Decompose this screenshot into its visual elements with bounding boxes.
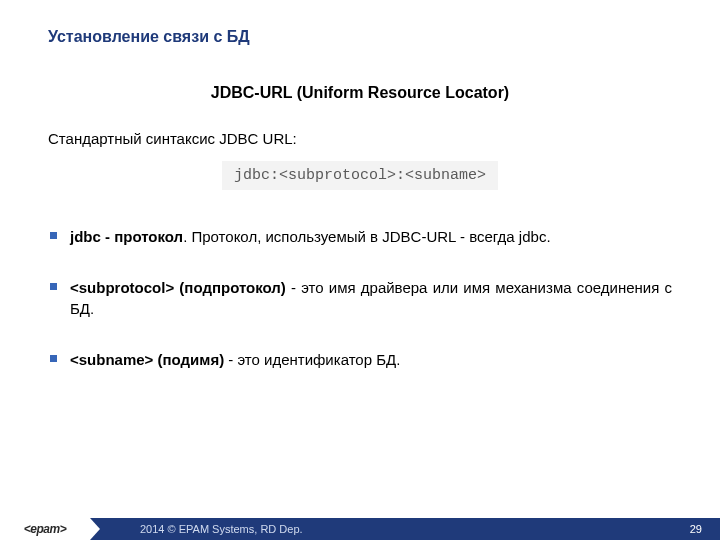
bullet-text: - это идентификатор БД. [224,351,400,368]
intro-text: Стандартный синтаксис JDBC URL: [48,130,672,147]
bullet-text: . Протокол, используемый в JDBC-URL - вс… [183,228,550,245]
slide-title: Установление связи с БД [48,28,672,46]
code-syntax: jdbc:<subprotocol>:<subname> [222,161,498,190]
list-item: jdbc - протокол. Протокол, используемый … [48,226,672,247]
bullet-bold: <subprotocol> (подпротокол) [70,279,286,296]
list-item: <subprotocol> (подпротокол) - это имя др… [48,277,672,319]
bullet-bold: jdbc - протокол [70,228,183,245]
page-number: 29 [690,523,702,535]
bullet-bold: <subname> (подимя) [70,351,224,368]
slide: Установление связи с БД JDBC-URL (Unifor… [0,0,720,540]
bullet-list: jdbc - протокол. Протокол, используемый … [48,226,672,370]
logo-text: <epam> [24,522,66,536]
epam-logo: <epam> [0,518,90,540]
section-heading: JDBC-URL (Uniform Resource Locator) [48,84,672,102]
footer-bar: <epam> 2014 © EPAM Systems, RD Dep. 29 [0,518,720,540]
list-item: <subname> (подимя) - это идентификатор Б… [48,349,672,370]
copyright-text: 2014 © EPAM Systems, RD Dep. [140,523,303,535]
